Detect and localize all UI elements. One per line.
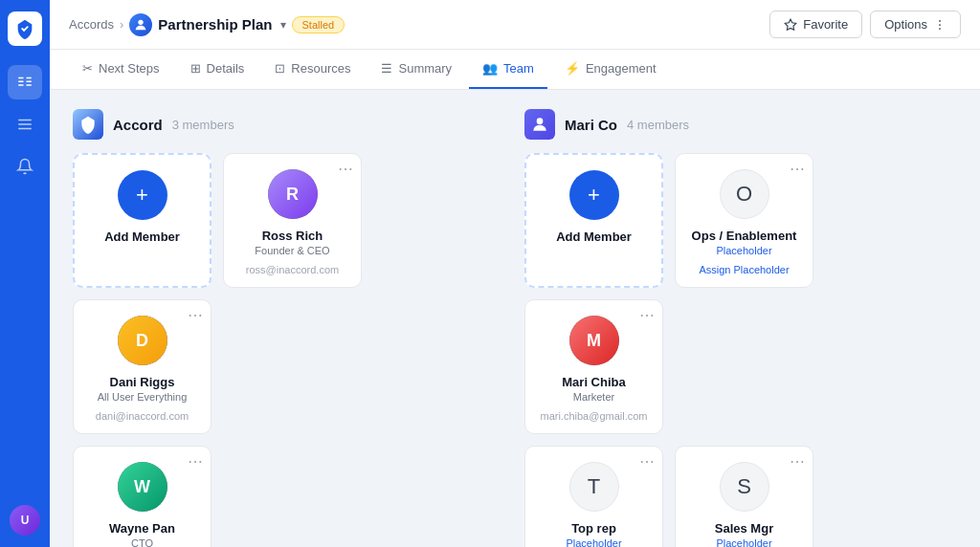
marico-cards-row2: ⋯ T Top rep Placeholder Assign Placehold…: [524, 446, 957, 547]
card-menu-salesmgr[interactable]: ⋯: [790, 454, 805, 470]
svg-point-11: [939, 20, 941, 22]
accord-team-name: Accord: [113, 117, 163, 133]
svg-rect-8: [18, 128, 32, 130]
breadcrumb: Accords › Partnership Plan ▾ Stalled: [69, 13, 345, 36]
main-content: Accords › Partnership Plan ▾ Stalled Fav…: [50, 0, 980, 547]
tab-details[interactable]: ⊞ Details: [177, 50, 258, 89]
accord-member-count: 3 members: [172, 118, 234, 132]
tab-engagement[interactable]: ⚡ Engagement: [551, 50, 670, 89]
card-menu-dani[interactable]: ⋯: [188, 308, 203, 323]
summary-icon: ☰: [381, 61, 392, 76]
company-avatar: [129, 13, 152, 36]
engagement-icon: ⚡: [565, 61, 580, 76]
svg-rect-6: [18, 120, 32, 121]
tab-summary[interactable]: ☰ Summary: [368, 50, 465, 89]
svg-point-14: [537, 118, 544, 124]
card-menu-mari[interactable]: ⋯: [639, 308, 655, 323]
marico-add-member-card[interactable]: + Add Member: [524, 153, 663, 288]
marico-team-header: Mari Co 4 members: [524, 109, 957, 140]
accord-member-dani[interactable]: ⋯ D Dani Riggs All User Everything dani@…: [73, 299, 212, 434]
options-button[interactable]: Options: [870, 11, 961, 38]
wayne-name: Wayne Pan: [109, 521, 175, 536]
svg-rect-0: [18, 77, 23, 79]
mari-name: Mari Chiba: [562, 375, 625, 389]
sidebar: U: [0, 0, 50, 547]
salesmgr-avatar: S: [720, 462, 769, 512]
details-icon: ⊞: [190, 61, 201, 76]
card-menu-toprep[interactable]: ⋯: [639, 454, 655, 470]
svg-rect-3: [27, 77, 32, 79]
add-member-icon: +: [118, 170, 167, 220]
ops-avatar: O: [720, 169, 769, 219]
favorite-label: Favorite: [803, 17, 848, 32]
sidebar-logo[interactable]: [8, 11, 42, 46]
tab-team[interactable]: 👥 Team: [469, 50, 547, 89]
marico-member-mari[interactable]: ⋯ M Mari Chiba Marketer mari.chiba@gmail…: [524, 299, 663, 434]
marico-cards-row1: + Add Member ⋯ O Ops / Enablement Placeh…: [524, 153, 957, 434]
dropdown-icon[interactable]: ▾: [280, 18, 286, 32]
marico-member-salesmgr[interactable]: ⋯ S Sales Mgr Placeholder Assign Placeho…: [675, 446, 813, 547]
card-menu-wayne[interactable]: ⋯: [188, 454, 203, 470]
toprep-name: Top rep: [571, 521, 616, 536]
marico-logo: [524, 109, 555, 140]
header-actions: Favorite Options: [769, 11, 961, 38]
accord-team-header: Accord 3 members: [73, 109, 505, 140]
options-label: Options: [884, 17, 927, 32]
ops-name: Ops / Enablement: [692, 229, 797, 243]
wayne-avatar: W: [118, 462, 167, 512]
sidebar-bell-icon[interactable]: [8, 149, 42, 184]
svg-point-9: [139, 19, 144, 24]
content: Accord 3 members + Add Member ⋯ R: [50, 90, 980, 547]
resources-icon: ⊡: [275, 61, 285, 76]
dani-role: All User Everything: [98, 391, 188, 403]
toprep-avatar: T: [569, 462, 619, 512]
accord-member-ross[interactable]: ⋯ R Ross Rich Founder & CEO ross@inaccor…: [223, 153, 362, 288]
teams-row: Accord 3 members + Add Member ⋯ R: [73, 109, 957, 547]
card-menu-ross[interactable]: ⋯: [338, 162, 353, 177]
team-icon: 👥: [482, 61, 498, 76]
accord-cards-row2: ⋯ W Wayne Pan CTO wayne@inaccord.com: [73, 446, 505, 547]
favorite-button[interactable]: Favorite: [769, 11, 862, 38]
card-menu-ops[interactable]: ⋯: [790, 162, 805, 177]
sidebar-nav-icon[interactable]: [8, 65, 42, 99]
mari-role: Marketer: [573, 391, 614, 403]
tabs: ✂ Next Steps ⊞ Details ⊡ Resources ☰ Sum…: [50, 50, 980, 90]
accord-member-wayne[interactable]: ⋯ W Wayne Pan CTO wayne@inaccord.com: [73, 446, 212, 547]
svg-point-13: [939, 28, 941, 30]
dani-avatar: D: [118, 316, 167, 365]
svg-rect-5: [27, 84, 32, 86]
ops-assign-button[interactable]: Assign Placeholder: [699, 264, 789, 275]
ops-placeholder-label: Placeholder: [716, 245, 771, 256]
tab-resources[interactable]: ⊡ Resources: [261, 50, 364, 89]
marico-add-icon: +: [569, 170, 619, 220]
marico-team-section: Mari Co 4 members + Add Member ⋯ O: [524, 109, 957, 547]
ross-name: Ross Rich: [262, 229, 323, 243]
breadcrumb-separator: ›: [120, 17, 123, 32]
accord-cards-row1: + Add Member ⋯ R Ross Rich Founder & CEO…: [73, 153, 505, 434]
add-member-label: Add Member: [104, 230, 180, 244]
ross-email: ross@inaccord.com: [246, 264, 339, 275]
plan-name: Partnership Plan: [158, 16, 272, 33]
user-avatar[interactable]: U: [10, 505, 40, 536]
svg-rect-2: [18, 84, 23, 86]
mari-email: mari.chiba@gmail.com: [540, 410, 647, 422]
marico-member-toprep[interactable]: ⋯ T Top rep Placeholder Assign Placehold…: [524, 446, 663, 547]
dani-email: dani@inaccord.com: [96, 410, 189, 422]
marico-team-name: Mari Co: [565, 117, 617, 133]
svg-rect-7: [18, 123, 32, 125]
sidebar-list-icon[interactable]: [8, 107, 42, 142]
ross-avatar: R: [268, 169, 318, 219]
marico-member-ops[interactable]: ⋯ O Ops / Enablement Placeholder Assign …: [675, 153, 813, 288]
toprep-placeholder-label: Placeholder: [566, 537, 621, 547]
status-badge: Stalled: [292, 16, 345, 33]
accord-add-member-card[interactable]: + Add Member: [73, 153, 212, 288]
dani-name: Dani Riggs: [110, 375, 175, 389]
next-steps-icon: ✂: [82, 61, 93, 76]
mari-avatar: M: [569, 316, 619, 365]
header: Accords › Partnership Plan ▾ Stalled Fav…: [50, 0, 980, 50]
tab-next-steps[interactable]: ✂ Next Steps: [69, 50, 173, 89]
marico-add-label: Add Member: [556, 230, 632, 244]
svg-rect-1: [18, 81, 23, 83]
svg-marker-10: [785, 19, 796, 30]
breadcrumb-accords[interactable]: Accords: [69, 17, 114, 32]
